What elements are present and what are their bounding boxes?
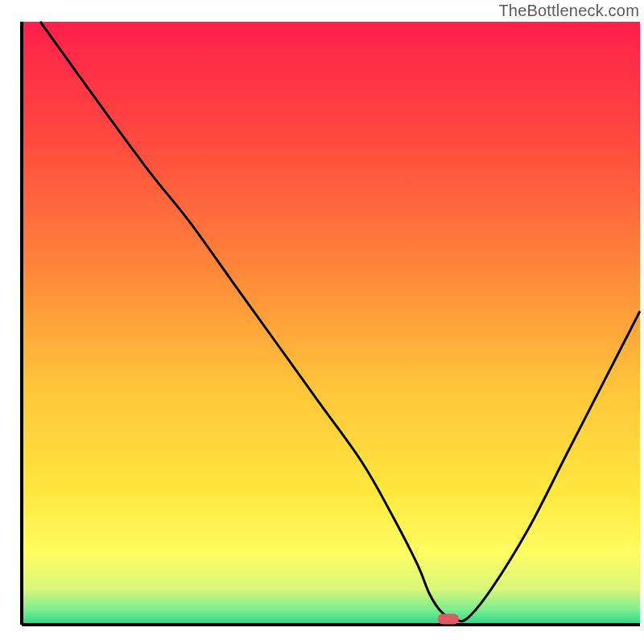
gradient-background bbox=[22, 22, 640, 625]
watermark-text: TheBottleneck.com bbox=[498, 2, 639, 20]
bottleneck-chart bbox=[0, 0, 644, 644]
chart-container: { "watermark": "TheBottleneck.com", "cha… bbox=[0, 0, 644, 644]
optimal-marker bbox=[438, 614, 459, 625]
